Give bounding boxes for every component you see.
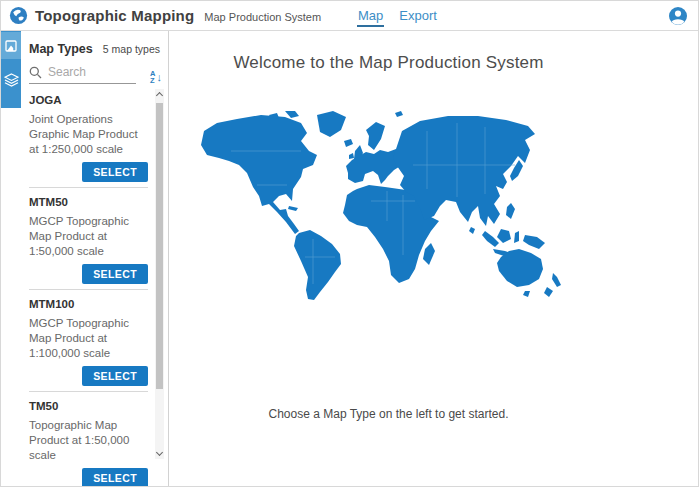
map-panel-tool-button[interactable] xyxy=(1,32,21,59)
map-type-description: Topographic Map Product at 1:50,000 scal… xyxy=(29,418,147,463)
list-item-mtm50: MTM50 MGCP Topographic Map Product at 1:… xyxy=(29,188,148,290)
select-button-mtm50[interactable]: SELECT xyxy=(82,264,148,284)
sort-alphabetical-button[interactable]: A Z ↓ xyxy=(150,70,162,84)
search-input[interactable] xyxy=(48,65,136,79)
map-type-list: JOGA Joint Operations Graphic Map Produc… xyxy=(21,86,168,486)
app-header: Topographic Mapping Map Production Syste… xyxy=(1,1,698,31)
user-avatar-button[interactable] xyxy=(668,6,688,26)
map-types-sidebar: Map Types 5 map types A Z ↓ xyxy=(1,31,169,486)
select-button-tm50[interactable]: SELECT xyxy=(82,468,148,486)
tab-map[interactable]: Map xyxy=(358,1,383,30)
select-button-joga[interactable]: SELECT xyxy=(82,162,148,182)
map-type-description: MGCP Topographic Map Product at 1:100,00… xyxy=(29,316,147,361)
map-types-panel: Map Types 5 map types A Z ↓ xyxy=(21,31,168,486)
sort-az-icon: A Z xyxy=(150,70,155,84)
map-type-name: TM50 xyxy=(29,400,148,412)
welcome-heading: Welcome to the Map Production System xyxy=(189,53,588,73)
scrollbar-thumb[interactable] xyxy=(156,103,163,389)
map-types-count: 5 map types xyxy=(103,43,160,55)
sort-arrow-icon: ↓ xyxy=(156,72,162,83)
map-panel-icon xyxy=(5,40,17,52)
main-content: Welcome to the Map Production System xyxy=(169,31,698,486)
select-button-mtm100[interactable]: SELECT xyxy=(82,366,148,386)
app-subtitle: Map Production System xyxy=(204,9,321,23)
get-started-caption: Choose a Map Type on the left to get sta… xyxy=(189,407,588,421)
panel-title: Map Types xyxy=(29,42,93,56)
list-item-tm50: TM50 Topographic Map Product at 1:50,000… xyxy=(29,392,148,486)
scroll-down-icon[interactable] xyxy=(156,449,163,456)
map-type-name: JOGA xyxy=(29,94,148,106)
map-type-name: MTM50 xyxy=(29,196,148,208)
action-bar xyxy=(1,31,21,108)
panel-header: Map Types 5 map types xyxy=(21,31,168,56)
layers-icon xyxy=(4,73,19,87)
tab-export[interactable]: Export xyxy=(399,1,437,30)
app-logo-globe-icon xyxy=(9,6,28,25)
map-type-name: MTM100 xyxy=(29,298,148,310)
map-type-description: Joint Operations Graphic Map Product at … xyxy=(29,112,147,157)
list-item-mtm100: MTM100 MGCP Topographic Map Product at 1… xyxy=(29,290,148,392)
world-map-image xyxy=(189,109,589,309)
sidebar-scrollbar[interactable] xyxy=(155,89,164,459)
search-icon xyxy=(29,66,42,79)
layers-tool-button[interactable] xyxy=(1,66,21,93)
scroll-up-icon[interactable] xyxy=(156,92,163,99)
app-title: Topographic Mapping xyxy=(35,7,194,24)
header-tabs: Map Export xyxy=(358,1,437,30)
app-window: Topographic Mapping Map Production Syste… xyxy=(0,0,699,487)
search-row: A Z ↓ xyxy=(29,65,160,84)
list-item-joga: JOGA Joint Operations Graphic Map Produc… xyxy=(29,86,148,188)
search-box xyxy=(29,65,136,84)
map-type-description: MGCP Topographic Map Product at 1:50,000… xyxy=(29,214,147,259)
